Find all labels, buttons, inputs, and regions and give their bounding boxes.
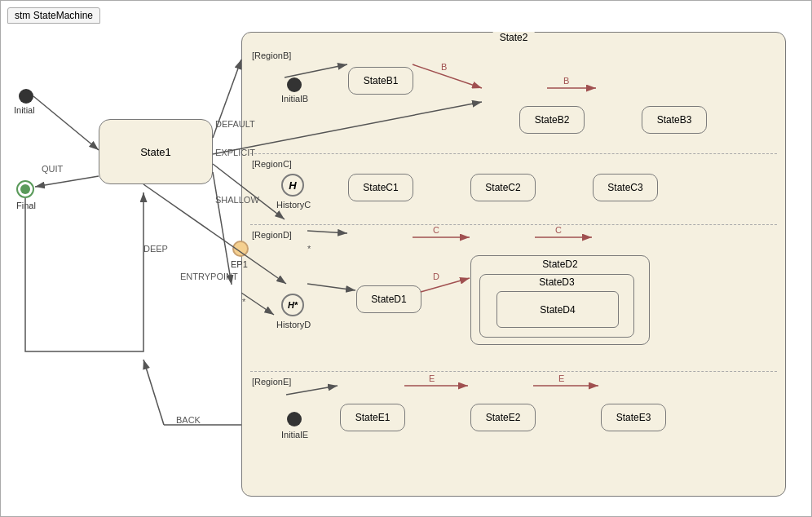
- final-circle-inner: [20, 184, 30, 194]
- stateD1-box: StateD1: [356, 285, 421, 313]
- ep1-circle: [232, 241, 249, 257]
- svg-line-31: [143, 360, 164, 425]
- svg-text:BACK: BACK: [176, 415, 201, 425]
- ep1-label: EP1: [231, 259, 248, 269]
- stateD3-label: StateD3: [539, 276, 574, 288]
- state2-container: State2 [RegionB] InitialB StateB1 StateB…: [241, 32, 786, 497]
- stateE2-box: StateE2: [470, 404, 536, 431]
- stateE1-box: StateE1: [340, 404, 405, 431]
- stateC1-box: StateC1: [348, 174, 413, 201]
- regionB-label: [RegionB]: [252, 51, 291, 60]
- diagram-title: stm StateMachine: [15, 10, 93, 21]
- initialE-label: InitialE: [281, 430, 308, 440]
- stateD3-container: StateD3 StateD4: [479, 274, 634, 338]
- initial-circle: [19, 89, 33, 104]
- diagram-container: stm StateMachine State2 [RegionB] Initia…: [0, 0, 812, 517]
- svg-line-3: [35, 176, 99, 187]
- stateD4-box: StateD4: [496, 291, 619, 328]
- stateC3-box: StateC3: [593, 174, 658, 201]
- historyC-label: HistoryC: [276, 200, 311, 210]
- stateD2-outer: StateD2 StateD3 StateD4: [470, 255, 650, 345]
- quit-label: QUIT: [42, 164, 64, 174]
- regionC-label: [RegionC]: [252, 159, 292, 169]
- stateB2-box: StateB2: [519, 106, 585, 134]
- stateC2-box: StateC2: [470, 174, 536, 201]
- svg-line-4: [213, 60, 241, 138]
- initial-label: Initial: [14, 105, 35, 115]
- initialB-label: InitialB: [281, 94, 308, 104]
- de-divider: [250, 371, 777, 372]
- historyC-circle: H: [281, 174, 304, 197]
- historyD-label: HistoryD: [276, 320, 311, 329]
- stateB3-box: StateB3: [642, 106, 707, 134]
- stateB1-box: StateB1: [348, 67, 413, 95]
- svg-text:ENTRYPOINT: ENTRYPOINT: [180, 272, 238, 281]
- cd-divider: [250, 224, 777, 225]
- historyD-circle: H*: [281, 294, 304, 316]
- final-label: Final: [16, 201, 36, 210]
- svg-line-21: [213, 172, 232, 285]
- initialE-circle: [287, 412, 302, 426]
- title-tab: stm StateMachine: [7, 7, 100, 24]
- state1-box: State1: [99, 119, 213, 184]
- final-circle: [16, 180, 34, 198]
- initialB-circle: [287, 77, 302, 92]
- stateD2-label: StateD2: [542, 258, 577, 270]
- state2-label: State2: [493, 32, 535, 43]
- svg-line-2: [33, 96, 99, 150]
- regionD-label: [RegionD]: [252, 230, 292, 240]
- bc-divider: [250, 153, 777, 154]
- stateE3-box: StateE3: [601, 404, 666, 431]
- svg-text:DEEP: DEEP: [143, 244, 168, 254]
- regionE-label: [RegionE]: [252, 377, 291, 387]
